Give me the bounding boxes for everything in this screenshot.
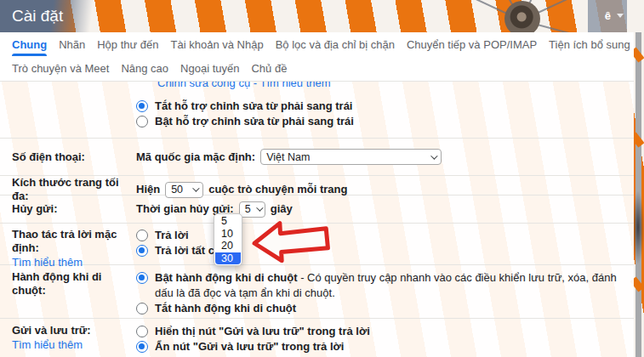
radio-unselected-icon[interactable] bbox=[136, 326, 148, 337]
rtl-option-on[interactable]: Bật hỗ trợ chỉnh sửa từ phải sang trái bbox=[136, 114, 634, 129]
phone-setting-row: Số điện thoại: Mã quốc gia mặc định: Việ… bbox=[0, 139, 634, 175]
radio-unselected-icon[interactable] bbox=[136, 230, 148, 241]
dropdown-option-20[interactable]: 20 bbox=[215, 240, 241, 252]
tab-nhan[interactable]: Nhãn bbox=[59, 32, 85, 56]
tab-tai-khoan-va-nhap[interactable]: Tài khoản và Nhập bbox=[171, 32, 264, 56]
edit-tools-link[interactable]: Chỉnh sửa công cụ - Tìm hiểu thêm bbox=[157, 82, 331, 89]
radio-selected-icon[interactable] bbox=[136, 100, 148, 112]
hover-on-label: Bật hành động khi di chuột bbox=[155, 271, 298, 284]
page-title: Cài đặt bbox=[12, 7, 63, 26]
chevron-down-icon bbox=[617, 14, 624, 18]
settings-header: Cài đặt ê bbox=[0, 0, 644, 32]
chevron-down-icon bbox=[192, 184, 199, 191]
page-size-label: Kích thước trang tối đa: bbox=[12, 176, 136, 203]
tab-row-1: Chung Nhãn Hộp thư đến Tài khoản và Nhập… bbox=[12, 32, 634, 56]
hide-send-archive-label: Ẩn nút "Gửi và lưu trữ" trong trả lời bbox=[155, 339, 344, 354]
undo-send-select[interactable]: 5 bbox=[239, 201, 265, 218]
tab-chuyen-tiep-pop-imap[interactable]: Chuyển tiếp và POP/IMAP bbox=[407, 32, 537, 56]
settings-content: Chỉnh sửa công cụ - Tìm hiểu thêm Tắt hỗ… bbox=[0, 82, 634, 356]
tab-tro-chuyen-va-meet[interactable]: Trò chuyện và Meet bbox=[12, 56, 109, 81]
hover-radio-group: Bật hành động khi di chuột - Có quyền tr… bbox=[136, 270, 634, 318]
phone-controls: Mã quốc gia mặc định: Việt Nam bbox=[136, 149, 634, 165]
radio-unselected-icon[interactable] bbox=[136, 116, 148, 128]
page-size-prefix: Hiện bbox=[136, 183, 160, 196]
undo-send-controls: Thời gian hủy gửi: 5 giây bbox=[136, 201, 634, 218]
page-size-select-value: 50 bbox=[171, 184, 183, 196]
page-size-controls: Hiện 50 cuộc trò chuyện mỗi trang bbox=[136, 182, 634, 198]
input-tools-link[interactable]: Chỉnh sửa công cụ - Tìm hiểu thêm bbox=[157, 82, 634, 89]
page-size-suffix: cuộc trò chuyện mỗi trang bbox=[208, 183, 347, 196]
tab-chu-de[interactable]: Chủ đề bbox=[251, 56, 287, 81]
phone-label: Số điện thoại: bbox=[12, 150, 136, 164]
header-profile-button[interactable]: ê bbox=[605, 9, 624, 22]
country-select[interactable]: Việt Nam bbox=[260, 149, 442, 165]
rtl-on-label: Bật hỗ trợ chỉnh sửa từ phải sang trái bbox=[155, 114, 354, 129]
red-arrow-annotation bbox=[251, 218, 332, 266]
show-send-archive-option[interactable]: Hiển thị nút "Gửi và lưu trữ" trong trả … bbox=[136, 324, 634, 339]
radio-selected-icon[interactable] bbox=[136, 272, 148, 284]
send-archive-setting-row: Gửi và lưu trữ: Tìm hiểu thêm Hiển thị n… bbox=[0, 319, 634, 354]
chevron-down-icon bbox=[430, 152, 437, 159]
umbrella-hub bbox=[504, 1, 540, 32]
tab-nang-cao[interactable]: Nâng cao bbox=[121, 56, 168, 81]
reply-radio-group: Trả lời Trả lời tất cả bbox=[136, 228, 634, 270]
settings-tabs: Chung Nhãn Hộp thư đến Tài khoản và Nhập… bbox=[0, 32, 634, 82]
theme-photo-detail bbox=[632, 191, 644, 264]
send-archive-label: Gửi và lưu trữ: bbox=[12, 324, 136, 337]
settings-panel: Chung Nhãn Hộp thư đến Tài khoản và Nhập… bbox=[0, 32, 634, 357]
page-size-select[interactable]: 50 bbox=[165, 182, 203, 198]
tab-tien-ich-bo-sung[interactable]: Tiện ích bổ sung bbox=[549, 32, 630, 56]
tab-bo-loc[interactable]: Bộ lọc và địa chỉ bị chặn bbox=[276, 32, 395, 56]
page-size-setting-row: Kích thước trang tối đa: Hiện 50 cuộc tr… bbox=[0, 176, 634, 195]
rtl-radio-group: Tắt hỗ trợ chỉnh sửa từ phải sang trái B… bbox=[136, 99, 634, 129]
hover-off-label: Tắt hành động khi di chuột bbox=[155, 301, 296, 316]
dropdown-option-5[interactable]: 5 bbox=[215, 215, 241, 228]
profile-label: ê bbox=[605, 9, 611, 22]
tab-chung[interactable]: Chung bbox=[12, 32, 47, 56]
dropdown-option-10[interactable]: 10 bbox=[215, 228, 241, 241]
hover-on-option[interactable]: Bật hành động khi di chuột - Có quyền tr… bbox=[136, 270, 634, 301]
hover-off-option[interactable]: Tắt hành động khi di chuột bbox=[136, 301, 634, 316]
undo-send-label: Hủy gửi: bbox=[12, 202, 136, 216]
country-select-value: Việt Nam bbox=[266, 151, 310, 163]
reply-label: Thao tác trả lời mặc định: bbox=[12, 228, 136, 255]
rtl-setting-block: Chỉnh sửa công cụ - Tìm hiểu thêm Tắt hỗ… bbox=[0, 82, 634, 138]
chevron-down-icon bbox=[256, 204, 263, 211]
show-send-archive-label: Hiển thị nút "Gửi và lưu trữ" trong trả … bbox=[155, 324, 370, 339]
rtl-option-off[interactable]: Tắt hỗ trợ chỉnh sửa từ phải sang trái bbox=[136, 99, 634, 114]
dropdown-option-30[interactable]: 30 bbox=[215, 252, 241, 265]
reply-all-option-label: Trả lời tất cả bbox=[155, 243, 220, 258]
hide-send-archive-option[interactable]: Ẩn nút "Gửi và lưu trữ" trong trả lời bbox=[136, 339, 634, 354]
reply-option[interactable]: Trả lời bbox=[136, 228, 634, 243]
tab-ngoai-tuyen[interactable]: Ngoại tuyến bbox=[180, 56, 239, 81]
tab-row-2: Trò chuyện và Meet Nâng cao Ngoại tuyến … bbox=[12, 56, 634, 81]
rtl-off-label: Tắt hỗ trợ chỉnh sửa từ phải sang trái bbox=[155, 99, 352, 114]
country-code-label: Mã quốc gia mặc định: bbox=[136, 150, 255, 164]
reply-learn-more-link[interactable]: Tìm hiểu thêm bbox=[12, 256, 83, 269]
undo-send-suffix: giây bbox=[271, 202, 293, 216]
reply-option-label: Trả lời bbox=[155, 228, 189, 243]
tab-hop-thu-den[interactable]: Hộp thư đến bbox=[97, 32, 158, 56]
radio-selected-icon[interactable] bbox=[136, 245, 148, 257]
undo-send-dropdown-menu: 5 10 20 30 bbox=[214, 213, 242, 266]
send-archive-label-cell: Gửi và lưu trữ: Tìm hiểu thêm bbox=[12, 324, 136, 354]
send-archive-radio-group: Hiển thị nút "Gửi và lưu trữ" trong trả … bbox=[136, 324, 634, 354]
hover-actions-label: Hành động khi di chuột: bbox=[12, 270, 136, 318]
reply-all-option[interactable]: Trả lời tất cả bbox=[136, 243, 634, 258]
reply-label-cell: Thao tác trả lời mặc định: Tìm hiểu thêm bbox=[12, 228, 136, 270]
undo-send-select-value: 5 bbox=[245, 203, 251, 215]
radio-selected-icon[interactable] bbox=[136, 341, 148, 353]
hover-actions-setting-row: Hành động khi di chuột: Bật hành động kh… bbox=[0, 265, 634, 318]
send-archive-learn-more-link[interactable]: Tìm hiểu thêm bbox=[12, 338, 83, 351]
radio-unselected-icon[interactable] bbox=[136, 303, 148, 314]
